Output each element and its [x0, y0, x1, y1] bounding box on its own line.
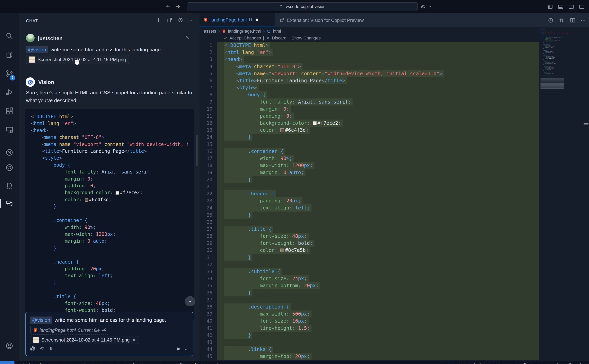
compare-changes-icon[interactable]: [558, 17, 565, 23]
editor-code-line[interactable]: 21: [199, 183, 539, 190]
editor-code-line[interactable]: 16 .container {: [199, 148, 539, 155]
editor-code-line[interactable]: 2<html lang="en">: [199, 49, 539, 56]
editor-code-line[interactable]: 15: [199, 141, 539, 148]
status-item[interactable]: ✎ justschen/vscode#99 needs reviewers: [83, 363, 154, 364]
editor-code-line[interactable]: 22 .header {: [199, 190, 539, 197]
editor-code-line[interactable]: 37: [199, 296, 539, 303]
mention-button[interactable]: @: [30, 346, 35, 351]
breadcrumb-file[interactable]: landingPage.html: [228, 29, 261, 34]
send-options-chevron-icon[interactable]: [184, 348, 188, 352]
status-item[interactable]: // Prettier: [569, 363, 584, 364]
editor-code-line[interactable]: 42 }: [199, 332, 539, 339]
status-item[interactable]: ◎ Go Live: [544, 363, 562, 364]
live-share-icon[interactable]: [5, 148, 14, 157]
editor-code-line[interactable]: 34 font-size: 24px;: [199, 275, 539, 282]
editor-code-line[interactable]: 45 margin-top: 20px;: [199, 353, 539, 360]
open-chat-in-editor-icon[interactable]: [167, 17, 172, 23]
more-actions-icon[interactable]: [189, 17, 194, 23]
editor-code-line[interactable]: 12 background-color: #f7ece2;: [199, 120, 539, 127]
send-button[interactable]: [176, 346, 181, 352]
accounts-icon[interactable]: [5, 342, 14, 350]
status-item[interactable]: ↻: [65, 363, 68, 364]
remote-indicator[interactable]: ✓: [0, 361, 14, 364]
editor-code-line[interactable]: 18 max-width: 1200px;: [199, 162, 539, 169]
editor-code-line[interactable]: 6 <title>Furniture Landing Page</title>: [199, 77, 539, 84]
editor-code-line[interactable]: 40 font-size: 16px;: [199, 318, 539, 325]
editor-code-line[interactable]: 33 .subtitle {: [199, 268, 539, 275]
toggle-panel-icon[interactable]: [558, 4, 563, 10]
status-item[interactable]: %: [74, 363, 77, 364]
editor-code-line[interactable]: 5 <meta name="viewport" content="width=d…: [199, 70, 539, 77]
more-actions-icon[interactable]: [580, 17, 586, 23]
editor-code-line[interactable]: 8 body {: [199, 91, 539, 98]
breadcrumb-symbol[interactable]: html: [273, 29, 281, 34]
breadcrumb[interactable]: assets › 5 landingPage.html › html: [204, 28, 281, 34]
forward-arrow-icon[interactable]: [176, 4, 181, 10]
status-item[interactable]: LF: [513, 363, 517, 364]
editor-code-line[interactable]: 1<!DOCTYPE html>: [199, 42, 539, 49]
editor-code-line[interactable]: 3<head>: [199, 56, 539, 63]
editor-code-line[interactable]: 24 text-align: left;: [199, 204, 539, 211]
discard-link[interactable]: Discard: [272, 36, 286, 41]
mic-icon[interactable]: [48, 346, 53, 351]
attachment-chip[interactable]: Screenshot 2024-10-02 at 4.11.45 PM.png: [30, 336, 139, 344]
chat-input-value[interactable]: @vision write me some html and css for t…: [30, 317, 166, 324]
new-chat-icon[interactable]: [156, 17, 162, 23]
output-log-icon[interactable]: LOG: [5, 181, 14, 190]
remote-explorer-icon[interactable]: [5, 125, 14, 134]
editor-code-line[interactable]: 41 line-height: 1.5;: [199, 325, 539, 332]
github-icon[interactable]: [5, 163, 14, 172]
toggle-sidebar-icon[interactable]: [547, 4, 553, 10]
editor-code-line[interactable]: 31 }: [199, 254, 539, 261]
editor-code-line[interactable]: 9 font-family: Arial, sans-serif;: [199, 98, 539, 105]
editor-code-line[interactable]: 10 margin: 0;: [199, 105, 539, 112]
split-editor-icon[interactable]: [569, 17, 576, 23]
show-changes-link[interactable]: Show Changes: [291, 36, 320, 41]
chat-code-block[interactable]: <!DOCTYPE html> <html lang="en"> <head> …: [26, 109, 194, 320]
editor-code-line[interactable]: 38 .description {: [199, 303, 539, 311]
editor-code-line[interactable]: 4 <meta charset="UTF-8">: [199, 63, 539, 70]
status-item[interactable]: ⎇ justin/readme-bump*: [17, 363, 59, 364]
editor-code-line[interactable]: 17 width: 90%;: [199, 155, 539, 162]
attach-icon[interactable]: [39, 346, 44, 351]
status-item[interactable]: Ⓦ 0: [179, 363, 186, 364]
command-center-search[interactable]: vscode-copilot-vision: [187, 2, 418, 11]
editor-code-line[interactable]: 39 max-width: 500px;: [199, 311, 539, 318]
current-file-chip[interactable]: 5 landingPage.html Current file: [30, 326, 109, 334]
status-item[interactable]: {} HTML: [524, 363, 538, 364]
status-item[interactable]: Ln 90, Col 9: [443, 363, 464, 364]
explorer-icon[interactable]: [5, 50, 14, 59]
accept-changes-link[interactable]: Accept Changes: [229, 36, 261, 41]
editor-code-line[interactable]: 23 padding: 20px;: [199, 197, 539, 204]
status-item[interactable]: Tab Size: 4: [470, 363, 489, 364]
dirty-indicator[interactable]: [256, 19, 258, 21]
editor-code-line[interactable]: 11 padding: 0;: [199, 112, 539, 120]
status-item[interactable]: ⚡ Start Practice: [192, 363, 222, 364]
split-editor-icon[interactable]: [568, 4, 574, 10]
editor-code-line[interactable]: 20 }: [199, 176, 539, 183]
chat-history-icon[interactable]: [178, 17, 183, 23]
status-item[interactable]: UTF-8: [496, 363, 507, 364]
extensions-icon[interactable]: [5, 107, 14, 115]
timeline-icon[interactable]: [548, 17, 554, 23]
editor-code-line[interactable]: 35 margin-bottom: 20px;: [199, 282, 539, 289]
chat-input-box[interactable]: @vision write me some html and css for t…: [26, 312, 193, 356]
editor-code-line[interactable]: 7 <style>: [199, 84, 539, 91]
tab-extension-preview[interactable]: Extension: Vision for Copilot Preview: [275, 13, 377, 27]
editor-code-area[interactable]: 1<!DOCTYPE html>2<html lang="en">3<head>…: [199, 42, 539, 360]
chat-scrollbar[interactable]: [196, 135, 198, 166]
customize-layout-icon[interactable]: [579, 4, 585, 10]
editor-code-line[interactable]: 14 }: [199, 134, 539, 141]
status-item[interactable]: ⊘ 0 △ 0: [159, 363, 173, 364]
run-debug-icon[interactable]: [5, 88, 14, 97]
copilot-menu-button[interactable]: [420, 4, 433, 9]
eye-off-icon[interactable]: [102, 328, 106, 332]
editor-code-line[interactable]: 44 .links {: [199, 346, 539, 353]
editor-code-line[interactable]: 19 margin: 0 auto;: [199, 169, 539, 176]
breadcrumb-assets[interactable]: assets: [204, 29, 216, 34]
scroll-down-button[interactable]: [185, 296, 195, 306]
editor-code-line[interactable]: 28 font-size: 48px;: [199, 233, 539, 240]
editor-code-line[interactable]: 26: [199, 219, 539, 226]
editor-code-line[interactable]: 25 }: [199, 212, 539, 219]
editor-code-line[interactable]: 43: [199, 339, 539, 346]
